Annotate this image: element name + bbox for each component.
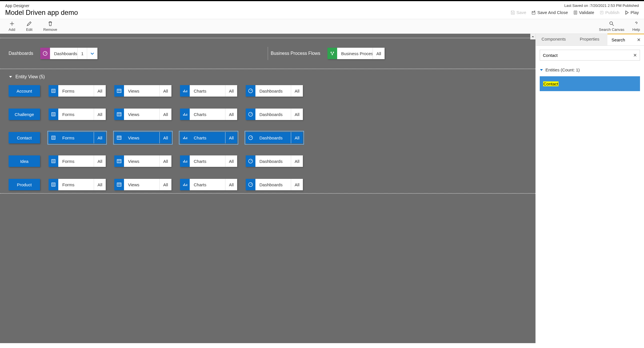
- dashboard-icon: [246, 179, 255, 190]
- canvas: Dashboards Dashboards 1 Business Process…: [0, 34, 535, 343]
- entity-component-tile[interactable]: ChartsAll: [180, 155, 237, 167]
- entity-view-header[interactable]: Entity View (5): [0, 69, 535, 82]
- help-icon: [633, 21, 639, 27]
- svg-rect-9: [117, 113, 121, 116]
- search-results-header[interactable]: Entities (Count: 1): [536, 63, 644, 75]
- svg-rect-12: [117, 136, 121, 139]
- entity-component-tile[interactable]: DashboardsAll: [246, 155, 303, 167]
- view-icon: [114, 85, 124, 97]
- dashboard-icon: [246, 155, 255, 167]
- validate-button[interactable]: Validate: [573, 10, 594, 15]
- entity-component-tile[interactable]: ChartsAll: [180, 85, 237, 97]
- svg-rect-18: [117, 183, 121, 186]
- chart-icon: [180, 155, 190, 167]
- svg-rect-15: [117, 159, 121, 163]
- entity-name-tile[interactable]: Challenge: [9, 109, 40, 120]
- entity-component-tile[interactable]: ChartsAll: [180, 179, 237, 190]
- entity-row: AccountFormsAllViewsAllChartsAllDashboar…: [9, 85, 527, 97]
- entity-row: ProductFormsAllViewsAllChartsAllDashboar…: [9, 179, 527, 190]
- entity-component-tile[interactable]: ViewsAll: [114, 85, 171, 97]
- chart-icon: [180, 109, 190, 120]
- tab-components[interactable]: Components: [536, 34, 572, 45]
- pencil-icon: [26, 21, 32, 27]
- entity-name-tile[interactable]: Account: [9, 85, 40, 97]
- last-saved-text: Last Saved on :7/20/2021 2:53 PM Publish…: [511, 3, 639, 8]
- bpf-tile[interactable]: Business Proces... All: [327, 48, 385, 59]
- entity-row: ChallengeFormsAllViewsAllChartsAllDashbo…: [9, 109, 527, 120]
- save-icon: [511, 10, 515, 15]
- save-and-close-button[interactable]: Save And Close: [531, 10, 568, 15]
- svg-point-4: [332, 54, 333, 55]
- add-button[interactable]: Add: [9, 21, 15, 32]
- plus-icon: [9, 21, 15, 27]
- validate-icon: [573, 10, 578, 15]
- help-button[interactable]: Help: [632, 21, 640, 32]
- entity-component-tile[interactable]: FormsAll: [49, 132, 106, 143]
- search-icon: [609, 21, 615, 27]
- entity-component-tile[interactable]: DashboardsAll: [246, 132, 303, 143]
- entity-component-tile[interactable]: ChartsAll: [180, 132, 237, 143]
- chevron-down-icon[interactable]: [87, 48, 97, 59]
- form-icon: [49, 109, 58, 120]
- view-icon: [114, 109, 124, 120]
- view-icon: [114, 132, 124, 143]
- svg-point-3: [333, 52, 334, 53]
- dashboards-section-label: Dashboards: [9, 51, 33, 56]
- entity-component-tile[interactable]: ViewsAll: [114, 155, 171, 167]
- dashboard-icon: [246, 109, 255, 120]
- entity-component-tile[interactable]: ViewsAll: [114, 179, 171, 190]
- entity-row: IdeaFormsAllViewsAllChartsAllDashboardsA…: [9, 155, 527, 167]
- dashboards-tile[interactable]: Dashboards 1: [40, 48, 97, 59]
- toolbar: Add Edit Remove Search Canvas Help: [0, 19, 644, 34]
- entity-component-tile[interactable]: DashboardsAll: [246, 85, 303, 97]
- caret-down-icon: [540, 68, 543, 72]
- search-canvas-button[interactable]: Search Canvas: [599, 21, 624, 32]
- tab-search[interactable]: Search ✕: [607, 34, 644, 45]
- dashboard-icon: [246, 85, 255, 97]
- entity-name-tile[interactable]: Contact: [9, 132, 40, 143]
- caret-down-icon: [9, 75, 13, 79]
- entity-row: ContactFormsAllViewsAllChartsAllDashboar…: [9, 132, 527, 143]
- entity-component-tile[interactable]: ViewsAll: [114, 132, 171, 143]
- chart-icon: [180, 85, 190, 97]
- close-icon[interactable]: ✕: [637, 37, 641, 43]
- scroll-up-button[interactable]: [530, 34, 535, 39]
- play-icon: [625, 10, 629, 15]
- entity-component-tile[interactable]: DashboardsAll: [246, 179, 303, 190]
- entity-name-tile[interactable]: Idea: [9, 155, 40, 167]
- entity-component-tile[interactable]: DashboardsAll: [246, 109, 303, 120]
- entity-component-tile[interactable]: ViewsAll: [114, 109, 171, 120]
- dashboard-icon: [246, 132, 255, 143]
- view-icon: [114, 155, 124, 167]
- side-panel: Components Properties Search ✕ ✕ Entitie…: [535, 34, 644, 343]
- entity-name-tile[interactable]: Product: [9, 179, 40, 190]
- app-designer-label: App Designer: [5, 3, 78, 8]
- entity-component-tile[interactable]: FormsAll: [49, 109, 106, 120]
- chart-icon: [180, 132, 190, 143]
- svg-point-2: [331, 52, 332, 53]
- search-result-item[interactable]: Contact: [540, 76, 640, 91]
- entity-component-tile[interactable]: FormsAll: [49, 85, 106, 97]
- header: App Designer Model Driven app demo Last …: [0, 1, 644, 19]
- form-icon: [49, 85, 58, 97]
- entity-component-tile[interactable]: ChartsAll: [180, 109, 237, 120]
- entity-component-tile[interactable]: FormsAll: [49, 179, 106, 190]
- view-icon: [114, 179, 124, 190]
- edit-button[interactable]: Edit: [26, 21, 32, 32]
- bpf-section-label: Business Process Flows: [271, 51, 320, 56]
- form-icon: [49, 132, 58, 143]
- form-icon: [49, 179, 58, 190]
- chart-icon: [180, 179, 190, 190]
- play-button[interactable]: Play: [625, 10, 639, 15]
- clear-search-icon[interactable]: ✕: [633, 53, 637, 58]
- dashboard-icon: [40, 48, 50, 59]
- search-input[interactable]: [543, 53, 633, 58]
- publish-icon: [599, 10, 604, 15]
- remove-button[interactable]: Remove: [43, 21, 57, 32]
- form-icon: [49, 155, 58, 167]
- tab-properties[interactable]: Properties: [572, 34, 608, 45]
- save-button: Save: [511, 10, 526, 15]
- search-result-highlight: Contact: [543, 81, 559, 86]
- entity-component-tile[interactable]: FormsAll: [49, 155, 106, 167]
- svg-rect-6: [117, 89, 121, 93]
